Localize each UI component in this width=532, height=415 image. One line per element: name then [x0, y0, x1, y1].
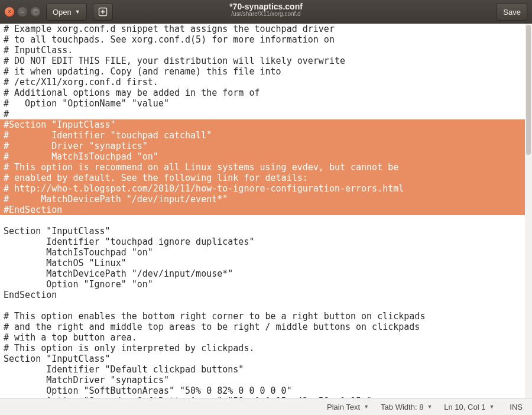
status-bar: Plain Text ▼ Tab Width: 8 ▼ Ln 10, Col 1… [0, 398, 532, 415]
code-line: # Driver "synaptics" [0, 141, 532, 151]
vertical-scrollbar[interactable] [525, 24, 532, 398]
scrollbar-thumb[interactable] [526, 25, 531, 155]
code-line: # DO NOT EDIT THIS FILE, your distributi… [0, 56, 532, 66]
code-line: MatchDriver "synaptics" [0, 375, 532, 385]
language-mode-label: Plain Text [327, 403, 360, 411]
language-mode-selector[interactable]: Plain Text ▼ [321, 403, 375, 411]
save-button-label: Save [503, 8, 521, 17]
code-line: # with a top button area. [0, 332, 532, 343]
code-line: # http://who-t.blogspot.com/2010/11/how-… [0, 183, 532, 194]
header-bar: × – ▢ Open ▼ *70-synaptics.conf /usr/sha… [0, 0, 532, 24]
open-button-label: Open [53, 8, 72, 17]
new-tab-icon [98, 7, 108, 17]
code-line: # enabled by default. See the following … [0, 173, 532, 183]
code-line: Section "InputClass" [0, 354, 532, 364]
code-line: # /etc/X11/xorg.conf.d first. [0, 77, 532, 87]
minimize-icon[interactable]: – [18, 7, 27, 17]
code-line: # and the right and middle top areas to … [0, 322, 532, 332]
code-line: #EndSection [0, 205, 532, 215]
chevron-down-icon: ▼ [489, 404, 494, 410]
selection-block: #Section "InputClass"# Identifier "touch… [0, 119, 532, 215]
code-line: EndSection [0, 290, 532, 300]
code-line [0, 215, 532, 226]
code-line [0, 300, 532, 311]
code-line: Identifier "Default clickpad buttons" [0, 364, 532, 375]
code-line: # This option enables the bottom right c… [0, 311, 532, 322]
maximize-icon[interactable]: ▢ [31, 7, 40, 17]
insert-mode-indicator[interactable]: INS [500, 403, 532, 411]
code-line: # Example xorg.conf.d snippet that assig… [0, 24, 532, 34]
chevron-down-icon: ▼ [364, 404, 369, 410]
tab-width-selector[interactable]: Tab Width: 8 ▼ [375, 403, 438, 411]
code-line: # it when updating. Copy (and rename) th… [0, 66, 532, 77]
code-line: MatchOS "Linux" [0, 258, 532, 268]
cursor-position-label: Ln 10, Col 1 [444, 403, 485, 411]
code-line: Option "Ignore" "on" [0, 279, 532, 290]
code-line: # Additional options may be added in the… [0, 87, 532, 98]
code-line: # This option is only interpreted by cli… [0, 343, 532, 354]
close-icon[interactable]: × [5, 7, 14, 17]
code-line: # MatchDevicePath "/dev/input/event*" [0, 194, 532, 205]
cursor-position-selector[interactable]: Ln 10, Col 1 ▼ [438, 403, 500, 411]
open-button[interactable]: Open ▼ [46, 3, 87, 21]
code-line: # Identifier "touchpad catchall" [0, 130, 532, 141]
new-document-button[interactable] [93, 3, 113, 21]
code-line: MatchDevicePath "/dev/input/mouse*" [0, 268, 532, 279]
code-line: Section "InputClass" [0, 226, 532, 236]
code-line: # to all touchpads. See xorg.conf.d(5) f… [0, 34, 532, 45]
code-line: Option "SoftButtonAreas" "50% 0 82% 0 0 … [0, 385, 532, 396]
text-editor[interactable]: # Example xorg.conf.d snippet that assig… [0, 24, 532, 398]
code-line: # This option is recommend on all Linux … [0, 162, 532, 173]
code-line: # Option "OptionName" "value" [0, 98, 532, 109]
save-button[interactable]: Save [497, 3, 527, 21]
code-line: # InputClass. [0, 45, 532, 56]
chevron-down-icon: ▼ [75, 9, 80, 15]
tab-width-label: Tab Width: 8 [381, 403, 423, 411]
window-controls: × – ▢ [0, 7, 40, 17]
code-line: # MatchIsTouchpad "on" [0, 151, 532, 162]
code-line: #Section "InputClass" [0, 119, 532, 130]
code-line: # [0, 109, 532, 119]
code-line: MatchIsTouchpad "on" [0, 247, 532, 258]
code-line: Identifier "touchpad ignore duplicates" [0, 236, 532, 247]
chevron-down-icon: ▼ [427, 404, 432, 410]
